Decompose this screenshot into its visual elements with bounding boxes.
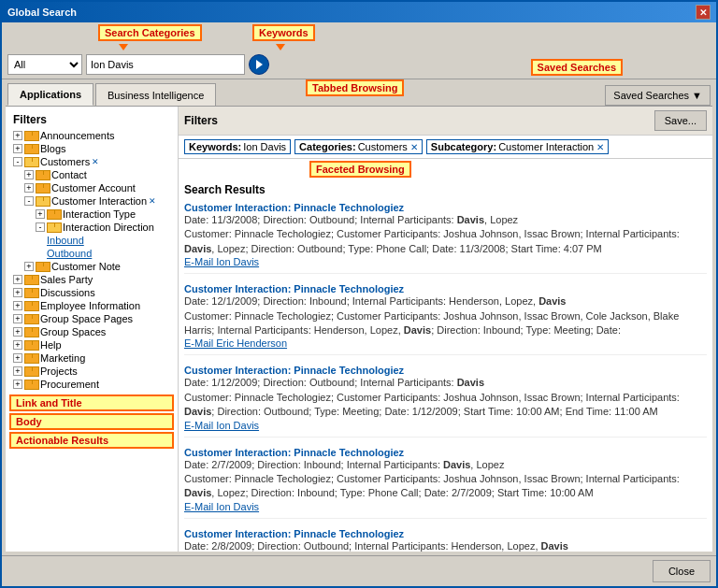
sidebar-item-customer-account[interactable]: + Customer Account: [6, 181, 178, 194]
sidebar-item-inbound[interactable]: Inbound: [6, 234, 178, 247]
sidebar-item-customer-note[interactable]: + Customer Note: [6, 260, 178, 273]
chip-keywords-value: Ion Davis: [243, 141, 286, 152]
expand-icon[interactable]: +: [13, 314, 22, 323]
search-arrow-icon: [256, 60, 263, 69]
faceted-browsing-annotation: Faceted Browsing: [309, 161, 411, 178]
expand-icon[interactable]: -: [24, 196, 34, 206]
search-input[interactable]: [86, 54, 245, 75]
result-email-link[interactable]: E-Mail Ion Davis: [184, 501, 259, 512]
expand-icon[interactable]: +: [13, 275, 22, 284]
chip-subcategory-value: Customer Interaction: [498, 141, 594, 152]
remove-badge[interactable]: ✕: [149, 196, 156, 206]
sidebar-item-label: Customer Note: [51, 261, 121, 272]
folder-icon: [24, 275, 37, 285]
folder-icon: [36, 170, 49, 180]
sidebar-item-marketing[interactable]: + Marketing: [6, 351, 178, 365]
category-dropdown[interactable]: All: [7, 54, 82, 75]
chip-categories-remove[interactable]: ✕: [410, 142, 418, 152]
titlebar: Global Search ✕: [2, 2, 716, 22]
result-body: Date: 1/12/2009; Direction: Outbound; In…: [184, 376, 707, 419]
expand-icon[interactable]: +: [24, 170, 34, 179]
saved-searches-button[interactable]: Saved Searches ▼: [605, 85, 711, 106]
result-link[interactable]: Customer Interaction: Pinnacle Technolog…: [184, 447, 404, 458]
sidebar-item-procurement[interactable]: + Procurement: [6, 378, 178, 391]
close-button[interactable]: Close: [653, 560, 711, 582]
chip-subcategory-remove[interactable]: ✕: [596, 142, 604, 152]
save-button[interactable]: Save...: [654, 110, 707, 131]
sidebar-item-interaction-direction[interactable]: - Interaction Direction: [6, 221, 178, 234]
expand-icon[interactable]: +: [13, 131, 22, 140]
sidebar-item-customer-interaction[interactable]: - Customer Interaction ✕: [6, 194, 178, 208]
sidebar-item-label: Sales Party: [40, 274, 93, 285]
sidebar-item-label: Interaction Type: [63, 208, 136, 220]
chip-subcategory-label: Subcategory:: [431, 141, 496, 152]
result-link[interactable]: Customer Interaction: Pinnacle Technolog…: [184, 365, 404, 376]
expand-icon[interactable]: -: [36, 222, 45, 232]
expand-icon[interactable]: -: [13, 157, 22, 166]
tab-applications[interactable]: Applications: [7, 83, 93, 106]
filter-chips: Keywords: Ion Davis Categories: Customer…: [179, 136, 712, 159]
sidebar-item-group-space-pages[interactable]: + Group Space Pages: [6, 312, 178, 325]
result-body: Date: 2/7/2009; Direction: Inbound; Inte…: [184, 458, 707, 501]
result-link[interactable]: Customer Interaction: Pinnacle Technolog…: [184, 283, 404, 294]
expand-icon[interactable]: +: [13, 288, 22, 297]
sidebar-item-announcements[interactable]: + Announcements: [6, 129, 178, 142]
chip-subcategory: Subcategory: Customer Interaction ✕: [426, 139, 609, 154]
tab-business-intelligence[interactable]: Business Intelligence: [95, 83, 216, 106]
sidebar-item-blogs[interactable]: + Blogs: [6, 142, 178, 155]
sidebar-item-interaction-type[interactable]: + Interaction Type: [6, 208, 178, 221]
result-email-link[interactable]: E-Mail Ion Davis: [184, 420, 259, 431]
folder-icon: [36, 262, 49, 272]
result-item: Customer Interaction: Pinnacle Technolog…: [184, 283, 707, 355]
chip-categories: Categories: Customers ✕: [294, 139, 423, 154]
sidebar-item-help[interactable]: + Help: [6, 338, 178, 351]
search-button[interactable]: [249, 54, 269, 75]
sidebar-item-label: Customer Account: [51, 182, 136, 194]
result-link[interactable]: Customer Interaction: Pinnacle Technolog…: [184, 202, 404, 213]
sidebar-item-employee-information[interactable]: + Employee Information: [6, 299, 178, 312]
sidebar-item-outbound[interactable]: Outbound: [6, 247, 178, 260]
expand-icon[interactable]: +: [24, 183, 34, 193]
folder-icon: [24, 288, 37, 298]
result-body: Date: 11/3/2008; Direction: Outbound; In…: [184, 213, 707, 256]
close-icon[interactable]: ✕: [696, 5, 711, 20]
expand-icon[interactable]: +: [36, 209, 45, 219]
result-email-link[interactable]: E-Mail Eric Henderson: [184, 337, 287, 349]
window-title: Global Search: [7, 7, 77, 18]
expand-icon[interactable]: +: [13, 301, 22, 310]
result-link[interactable]: Customer Interaction: Pinnacle Technolog…: [184, 528, 404, 539]
sidebar-item-customers[interactable]: - Customers ✕: [6, 155, 178, 168]
tab-applications-label: Applications: [20, 89, 81, 100]
chip-categories-label: Categories:: [299, 141, 356, 152]
right-panel: Filters Save... Keywords: Ion Davis Cate…: [179, 107, 712, 552]
expand-icon[interactable]: +: [13, 366, 22, 376]
tab-bi-label: Business Intelligence: [108, 90, 204, 101]
sidebar-item-discussions[interactable]: + Discussions: [6, 286, 178, 299]
sidebar-item-projects[interactable]: + Projects: [6, 365, 178, 378]
expand-icon[interactable]: +: [24, 262, 34, 271]
expand-icon[interactable]: +: [13, 144, 22, 153]
sidebar-item-sales-party[interactable]: + Sales Party: [6, 273, 178, 286]
link-and-title-annotation: Link and Title: [9, 394, 174, 411]
folder-icon: [24, 131, 37, 141]
expand-icon[interactable]: +: [13, 353, 22, 363]
result-item: Customer Interaction: Pinnacle Technolog…: [184, 365, 707, 437]
sidebar-item-contact[interactable]: + Contact: [6, 168, 178, 181]
sidebar-item-label: Blogs: [40, 143, 66, 154]
sidebar-item-label: Contact: [51, 169, 87, 180]
sidebar-item-group-spaces[interactable]: + Group Spaces: [6, 325, 178, 338]
sidebar-item-label[interactable]: Outbound: [47, 248, 92, 259]
expand-icon[interactable]: +: [13, 327, 22, 337]
sidebar-item-label[interactable]: Inbound: [47, 235, 84, 246]
folder-open-icon: [24, 157, 37, 167]
result-item: Customer Interaction: Pinnacle Technolog…: [184, 528, 707, 552]
folder-icon: [24, 144, 37, 154]
expand-icon[interactable]: +: [13, 380, 22, 389]
sidebar-item-label: Group Spaces: [40, 326, 106, 337]
expand-icon[interactable]: +: [13, 340, 22, 350]
sidebar-item-label: Customer Interaction: [51, 195, 147, 207]
sidebar-item-label: Help: [40, 339, 62, 351]
sidebar-item-label: Employee Information: [40, 300, 140, 311]
remove-badge[interactable]: ✕: [92, 157, 99, 166]
result-email-link[interactable]: E-Mail Ion Davis: [184, 256, 259, 267]
